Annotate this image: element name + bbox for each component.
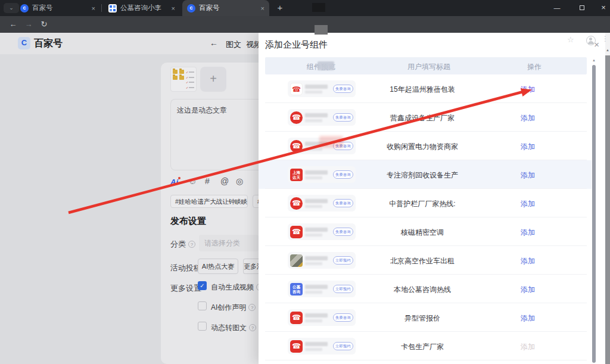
- phone-white-icon: [290, 83, 303, 95]
- scroll-up-icon[interactable]: ▲: [592, 58, 596, 62]
- user-title: 15年起温州雅蓓包装: [351, 85, 494, 95]
- account-badge: 免费咨询: [333, 199, 353, 207]
- account-cell: 上海达天 免费咨询: [288, 166, 356, 183]
- account-cell: 立即预约: [288, 338, 356, 354]
- account-cell: 免费咨询: [288, 309, 356, 326]
- user-title: 专注溶剂回收设备生产: [351, 170, 494, 181]
- table-row: 免费咨询 营鑫成设备生产厂家 添加: [259, 103, 592, 132]
- modal-backdrop: [0, 33, 259, 364]
- user-title: 本地公墓咨询热线: [351, 285, 494, 295]
- bookmark-star-icon[interactable]: ☆: [567, 35, 574, 44]
- page-scrollbar[interactable]: ▲: [605, 33, 610, 364]
- phone-square-icon: [290, 340, 303, 353]
- account-badge: 立即预约: [333, 256, 353, 265]
- user-title: 北京高空作业车出租: [351, 256, 494, 266]
- window-maximize-button[interactable]: [573, 0, 591, 16]
- tab-title: 公墓咨询小李: [120, 4, 161, 13]
- tab-title: 百家号: [199, 4, 220, 13]
- add-button[interactable]: 添加: [510, 256, 546, 266]
- baijiahao-favicon: c: [187, 4, 195, 13]
- redacted-account-name: [305, 256, 328, 265]
- browser-menu-icon[interactable]: ⋮: [602, 35, 609, 43]
- phone-square-icon: [290, 226, 303, 238]
- account-badge: 免费咨询: [333, 113, 353, 122]
- browser-tab-1[interactable]: c 百家号 ×: [15, 0, 100, 16]
- row-divider: [265, 360, 587, 360]
- tab-close-icon[interactable]: ×: [261, 5, 264, 12]
- user-title: 中普护栏厂厂家热线:: [351, 199, 494, 209]
- account-cell: 公墓咨询 立即预约: [288, 281, 356, 297]
- new-tab-button[interactable]: +: [274, 2, 286, 14]
- add-button[interactable]: 添加: [510, 199, 546, 209]
- table-row: 免费咨询 15年起温州雅蓓包装 添加: [259, 74, 592, 103]
- redacted-account-name: [305, 313, 328, 322]
- user-title: 异型管报价: [351, 313, 494, 323]
- site-favicon: [108, 4, 117, 13]
- window-minimize-button[interactable]: —: [548, 0, 566, 16]
- user-title: 收购闲置电力物资商家: [351, 142, 494, 152]
- redacted-account-name: [305, 85, 328, 94]
- text-red-icon: 上海达天: [290, 169, 303, 181]
- phone-circle-icon: [290, 140, 303, 153]
- redaction-box: [312, 3, 325, 12]
- add-button[interactable]: 添加: [510, 285, 546, 295]
- back-button[interactable]: ←: [7, 18, 19, 30]
- scroll-up-icon[interactable]: ▲: [605, 48, 610, 52]
- phone-circle-icon: [290, 111, 303, 124]
- account-badge: 免费咨询: [333, 170, 353, 179]
- forward-button[interactable]: →: [23, 18, 35, 30]
- column-action: 操作: [516, 62, 552, 72]
- baijiahao-favicon: c: [20, 4, 29, 13]
- phone-circle-icon: [290, 197, 303, 210]
- account-cell: 免费咨询: [288, 109, 356, 126]
- add-button[interactable]: 添加: [510, 228, 546, 238]
- scrollbar-thumb[interactable]: [605, 55, 610, 364]
- account-cell: 立即预约: [288, 252, 356, 269]
- redaction-box: [315, 25, 328, 35]
- account-cell: 免费咨询: [288, 195, 356, 211]
- table-row: 免费咨询 异型管报价 添加: [259, 303, 592, 332]
- window-close-button[interactable]: ×: [595, 0, 610, 16]
- redacted-account-name: [305, 113, 328, 122]
- redacted-account-name: [305, 342, 328, 351]
- table-row: 立即预约 北京高空作业车出租 添加: [259, 246, 592, 275]
- add-button[interactable]: 添加: [510, 142, 546, 152]
- browser-toolbar: ← → ↻ ☆ ⋮: [0, 16, 610, 33]
- tab-title: 百家号: [32, 4, 53, 13]
- reload-button[interactable]: ↻: [38, 18, 50, 30]
- browser-tab-2[interactable]: 公墓咨询小李 ×: [104, 0, 180, 16]
- tab-close-icon[interactable]: ×: [172, 5, 175, 12]
- account-badge: 立即预约: [333, 342, 353, 350]
- account-badge: 免费咨询: [333, 228, 353, 236]
- red-smudge: [319, 136, 343, 148]
- add-button[interactable]: 添加: [510, 85, 546, 95]
- text-blue-icon: 公墓咨询: [290, 283, 303, 295]
- redacted-account-name: [305, 170, 328, 179]
- modal-title: 添加企业号组件: [265, 39, 328, 51]
- account-badge: 免费咨询: [333, 313, 353, 322]
- tab-close-icon[interactable]: ×: [92, 5, 95, 12]
- redacted-account-name: [305, 285, 328, 294]
- scrollbar-thumb[interactable]: [592, 65, 596, 363]
- table-row: 上海达天 免费咨询 专注溶剂回收设备生产 添加: [259, 160, 592, 189]
- phone-square-icon: [290, 312, 303, 324]
- add-button[interactable]: 添加: [510, 342, 546, 352]
- component-list: 免费咨询 15年起温州雅蓓包装 添加 免费咨询 营鑫成设备生产厂家 添加 免费咨…: [259, 74, 592, 360]
- table-row: 免费咨询 中普护栏厂厂家热线: 添加: [259, 189, 592, 217]
- photo-icon: [290, 254, 303, 267]
- add-button[interactable]: 添加: [510, 170, 546, 181]
- account-badge: 立即预约: [333, 285, 353, 293]
- browser-tab-3-active[interactable]: c 百家号 ×: [182, 0, 269, 16]
- add-button[interactable]: 添加: [510, 313, 546, 323]
- account-badge: 免费咨询: [333, 85, 353, 93]
- browser-tab-strip: ⌄ c 百家号 × 公墓咨询小李 × c 百家号 × + — ×: [0, 0, 610, 16]
- table-row: 免费咨询 收购闲置电力物资商家 添加: [259, 132, 592, 160]
- add-button[interactable]: 添加: [510, 113, 546, 123]
- redacted-blur: [318, 61, 334, 70]
- user-title: 核磁精密空调: [351, 228, 494, 238]
- table-row: 立即预约 卡包生产厂家 添加: [259, 332, 592, 360]
- modal-scrollbar[interactable]: ▲: [592, 57, 596, 364]
- profile-avatar[interactable]: [586, 36, 596, 45]
- account-cell: 免费咨询: [288, 80, 356, 97]
- user-title: 卡包生产厂家: [351, 342, 494, 352]
